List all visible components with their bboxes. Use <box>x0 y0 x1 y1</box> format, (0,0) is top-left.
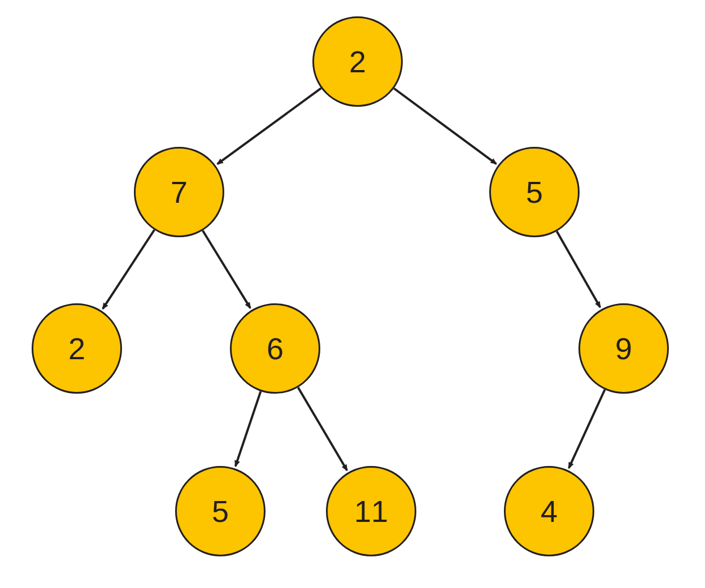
tree-node-4: 4 <box>504 466 594 556</box>
binary-tree-diagram: 2 7 5 2 6 9 5 11 4 <box>0 0 705 588</box>
tree-edge <box>557 231 600 307</box>
tree-edge <box>203 230 250 308</box>
tree-node-2: 2 <box>32 303 122 394</box>
tree-node-6: 6 <box>230 303 320 394</box>
tree-node-5b: 5 <box>175 466 266 556</box>
tree-edge <box>298 387 347 471</box>
tree-edge <box>236 391 261 467</box>
tree-node-11: 11 <box>326 466 416 556</box>
tree-edge <box>569 390 605 468</box>
tree-edge <box>103 230 154 309</box>
tree-node-7: 7 <box>134 147 224 237</box>
tree-edge <box>217 88 321 164</box>
tree-edge <box>394 89 496 164</box>
tree-node-9: 9 <box>578 303 669 394</box>
tree-node-root: 2 <box>312 16 403 107</box>
tree-node-5: 5 <box>489 147 580 237</box>
